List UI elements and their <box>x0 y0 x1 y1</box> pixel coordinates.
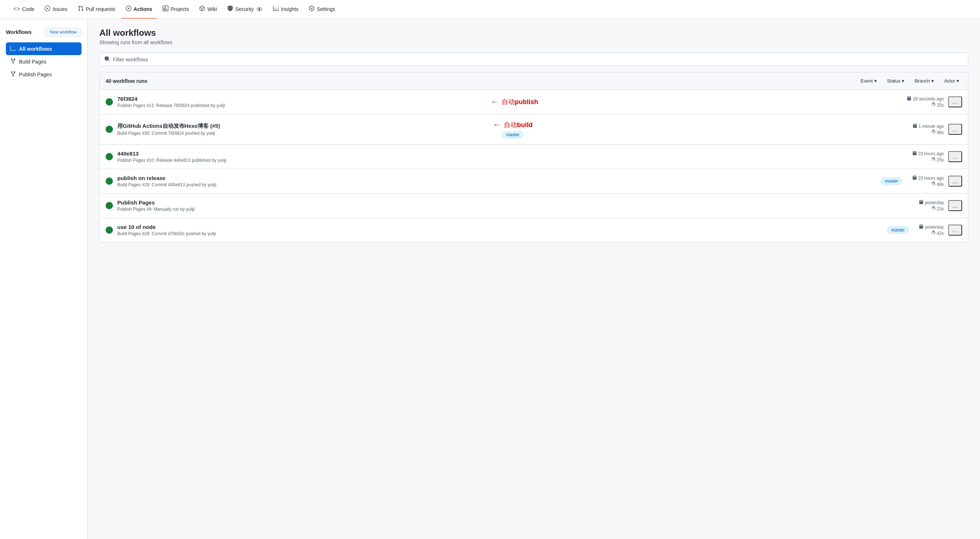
sidebar-item-all-workflows[interactable]: All workflows <box>6 42 81 55</box>
calendar-icon <box>919 200 923 205</box>
all-workflows-icon <box>10 45 16 52</box>
workflow-info: 440e813 Publish Pages #10: Release 440e8… <box>117 151 511 163</box>
branch-filter[interactable]: Branch ▾ <box>912 77 937 85</box>
run-time: 23 hours ago 49s <box>912 175 944 187</box>
nav-code[interactable]: <> Code <box>9 1 39 18</box>
run-name[interactable]: 76f3824 <box>117 96 477 102</box>
workflow-info: 76f3824 Publish Pages #11: Release 76f38… <box>117 96 477 108</box>
filter-bar <box>99 52 968 66</box>
sidebar-item-build-pages[interactable]: Build Pages <box>6 55 81 68</box>
stopwatch-icon <box>931 102 935 108</box>
more-options-button[interactable]: … <box>948 151 962 162</box>
top-nav: <> Code Issues Pull requests Actions Pro… <box>0 0 980 19</box>
workflow-info: use 10 of node Build Pages #28: Commit d… <box>117 224 498 236</box>
stopwatch-icon <box>931 130 935 135</box>
actor-filter[interactable]: Actor ▾ <box>941 77 962 85</box>
nav-wiki[interactable]: Wiki <box>195 0 221 19</box>
success-icon <box>106 125 113 133</box>
event-filter[interactable]: Event ▾ <box>858 77 880 85</box>
more-options-button[interactable]: … <box>948 225 962 236</box>
filter-controls: Event ▾ Status ▾ Branch ▾ Actor ▾ <box>858 77 962 85</box>
page-title: All workflows <box>99 28 968 38</box>
code-icon: <> <box>13 6 20 13</box>
table-row: 440e813 Publish Pages #10: Release 440e8… <box>100 144 968 169</box>
success-icon <box>106 98 113 106</box>
run-name[interactable]: use 10 of node <box>117 224 498 230</box>
build-pages-icon <box>10 58 16 65</box>
run-meta: Build Pages #28: Commit d78b50c pushed b… <box>117 231 498 236</box>
main-content: All workflows Showing runs from all work… <box>88 19 980 539</box>
table-row: Publish Pages Publish Pages #9: Manually… <box>100 193 968 218</box>
status-filter[interactable]: Status ▾ <box>884 77 908 85</box>
branch-badge: master <box>502 131 523 138</box>
run-time: 28 seconds ago 25s <box>907 96 944 108</box>
nav-projects[interactable]: Projects <box>158 0 194 19</box>
table-row: use 10 of node Build Pages #28: Commit d… <box>100 218 968 242</box>
chevron-down-icon: ▾ <box>902 78 904 84</box>
search-input[interactable] <box>113 57 964 62</box>
more-options-button[interactable]: … <box>948 176 962 187</box>
success-icon <box>106 227 113 234</box>
nav-pull-requests[interactable]: Pull requests <box>73 0 120 19</box>
calendar-icon <box>913 124 917 129</box>
calendar-icon <box>907 96 911 101</box>
more-options-button[interactable]: … <box>948 97 962 107</box>
nav-issues[interactable]: Issues <box>40 0 72 19</box>
workflow-info: 用GitHub Actions自动发布Hexo博客 (#5) Build Pag… <box>117 123 480 136</box>
table-row: publish on release Build Pages #29: Comm… <box>100 169 968 193</box>
nav-insights[interactable]: Insights <box>269 0 303 19</box>
annotation-text: 自动build <box>504 120 533 129</box>
new-workflow-button[interactable]: New workflow <box>45 28 81 36</box>
run-name[interactable]: Publish Pages <box>117 200 514 206</box>
actions-icon <box>126 5 132 13</box>
sidebar: Workflows New workflow All workflows Bui… <box>0 19 88 539</box>
security-icon <box>227 5 233 13</box>
table-row: 用GitHub Actions自动发布Hexo博客 (#5) Build Pag… <box>100 114 968 144</box>
insights-icon <box>273 5 279 13</box>
run-time: 23 hours ago 25s <box>912 151 944 163</box>
annotation-text: 自动publish <box>502 98 538 106</box>
run-name[interactable]: 用GitHub Actions自动发布Hexo博客 (#5) <box>117 123 480 130</box>
run-meta: Build Pages #30: Commit 76f3824 pushed b… <box>117 131 480 136</box>
calendar-icon <box>912 151 917 156</box>
run-meta: Build Pages #29: Commit 440e813 pushed b… <box>117 182 495 187</box>
workflow-list-container: 40 workflow runs Event ▾ Status ▾ Branch… <box>99 72 968 243</box>
page-subtitle: Showing runs from all workflows <box>99 40 968 45</box>
nav-settings[interactable]: Settings <box>304 0 340 19</box>
workflow-info: Publish Pages Publish Pages #9: Manually… <box>117 200 514 212</box>
sidebar-item-publish-pages[interactable]: Publish Pages <box>6 68 81 81</box>
more-options-button[interactable]: … <box>948 200 962 211</box>
stopwatch-icon <box>931 230 935 236</box>
sidebar-header: Workflows New workflow <box>6 28 81 36</box>
chevron-down-icon: ▾ <box>874 78 877 84</box>
calendar-icon <box>912 175 917 181</box>
publish-pages-icon <box>10 71 16 78</box>
stopwatch-icon <box>931 181 935 187</box>
success-icon <box>106 178 113 185</box>
nav-actions[interactable]: Actions <box>121 0 157 19</box>
annotation-1: ← 自动publish <box>491 97 538 107</box>
settings-icon <box>309 5 315 13</box>
branch-badge: master <box>887 227 909 234</box>
annotation-2: ← 自动build master <box>493 120 533 138</box>
branch-badge: master <box>881 178 902 185</box>
run-name[interactable]: 440e813 <box>117 151 511 157</box>
calendar-icon <box>919 224 923 230</box>
stopwatch-icon <box>931 157 935 163</box>
nav-security[interactable]: Security 1 <box>223 0 267 19</box>
annotation-arrow: ← <box>493 120 501 130</box>
run-name[interactable]: publish on release <box>117 175 495 181</box>
chevron-down-icon: ▾ <box>957 78 959 84</box>
issues-icon <box>45 5 51 13</box>
more-options-button[interactable]: … <box>948 124 962 135</box>
projects-icon <box>162 5 169 13</box>
stopwatch-icon <box>931 206 935 211</box>
security-badge: 1 <box>256 7 263 11</box>
run-meta: Publish Pages #10: Release 440e813 publi… <box>117 158 511 163</box>
run-meta: Publish Pages #9: Manually run by yuliji <box>117 207 514 212</box>
annotation-arrow: ← <box>491 97 499 107</box>
workflow-list-header: 40 workflow runs Event ▾ Status ▾ Branch… <box>100 72 968 90</box>
workflow-info: publish on release Build Pages #29: Comm… <box>117 175 495 187</box>
wiki-icon <box>199 5 205 13</box>
sidebar-title: Workflows <box>6 29 32 35</box>
